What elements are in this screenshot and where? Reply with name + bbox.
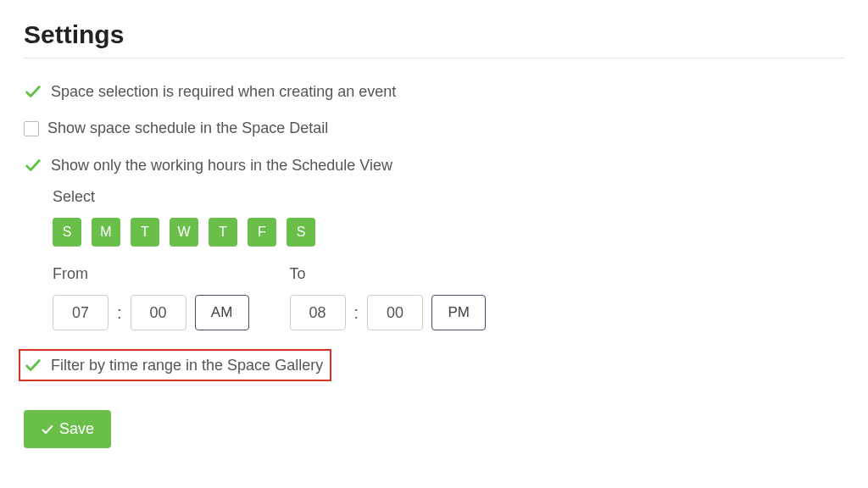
day-button-sat[interactable]: S: [287, 218, 315, 247]
colon: :: [354, 303, 359, 323]
day-button-sun[interactable]: S: [53, 218, 81, 247]
check-icon: [24, 156, 42, 175]
day-button-tue[interactable]: T: [131, 218, 159, 247]
option-filter-time-range[interactable]: Filter by time range in the Space Galler…: [19, 349, 331, 381]
day-row: S M T W T F S: [53, 218, 844, 247]
save-button[interactable]: Save: [24, 410, 111, 448]
option-label: Show only the working hours in the Sched…: [51, 157, 392, 175]
to-controls: : PM: [290, 295, 487, 330]
option-show-working-hours[interactable]: Show only the working hours in the Sched…: [24, 156, 844, 175]
checkbox-empty-icon: [24, 121, 39, 136]
to-group: To : PM: [290, 265, 487, 330]
day-button-thu[interactable]: T: [209, 218, 237, 247]
from-min-input[interactable]: [131, 295, 186, 330]
day-button-mon[interactable]: M: [92, 218, 120, 247]
page-title: Settings: [24, 20, 844, 49]
option-space-selection[interactable]: Space selection is required when creatin…: [24, 82, 844, 101]
from-ampm-button[interactable]: AM: [195, 295, 249, 330]
check-icon: [41, 423, 54, 436]
to-ampm-button[interactable]: PM: [431, 295, 486, 330]
from-controls: : AM: [53, 295, 249, 330]
divider: [24, 58, 844, 58]
to-hour-input[interactable]: [290, 295, 346, 330]
from-hour-input[interactable]: [53, 295, 108, 330]
time-section: From : AM To : PM: [53, 265, 844, 330]
schedule-subsection: Select S M T W T F S From : AM To : PM: [53, 188, 844, 330]
save-button-label: Save: [59, 420, 94, 438]
from-group: From : AM: [53, 265, 249, 330]
day-button-wed[interactable]: W: [170, 218, 198, 247]
check-icon: [24, 356, 42, 374]
option-label: Show space schedule in the Space Detail: [47, 119, 328, 137]
check-icon: [24, 82, 42, 101]
colon: :: [117, 303, 122, 323]
to-label: To: [290, 265, 487, 283]
from-label: From: [53, 265, 249, 283]
select-label: Select: [53, 188, 844, 206]
to-min-input[interactable]: [367, 295, 423, 330]
day-button-fri[interactable]: F: [248, 218, 276, 247]
option-label: Space selection is required when creatin…: [51, 83, 396, 101]
option-show-space-schedule[interactable]: Show space schedule in the Space Detail: [24, 119, 844, 137]
option-label: Filter by time range in the Space Galler…: [51, 357, 323, 374]
